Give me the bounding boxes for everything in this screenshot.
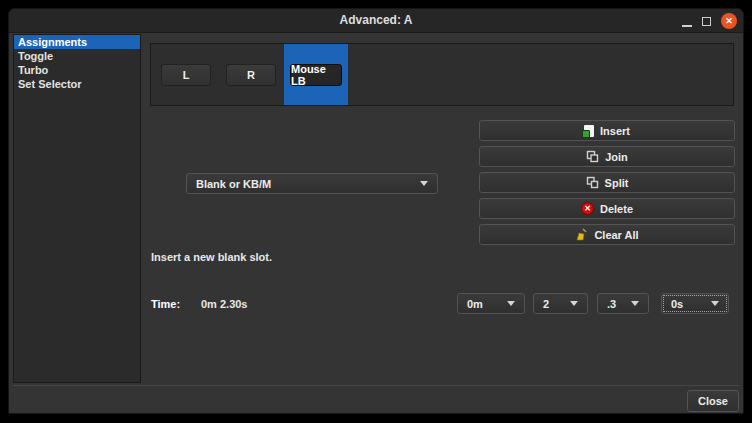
time-dropdown-tenths-value: .3 xyxy=(607,298,616,310)
slot-button-r[interactable]: R xyxy=(226,64,276,86)
minimize-icon[interactable] xyxy=(682,15,692,27)
time-dropdown-seconds[interactable]: 2 xyxy=(533,293,588,314)
clear-all-button-label: Clear All xyxy=(594,229,638,241)
preset-dropdown[interactable]: Blank or KB/M xyxy=(186,173,438,194)
join-button[interactable]: Join xyxy=(479,146,735,167)
sidebar-item-assignments[interactable]: Assignments xyxy=(14,35,140,49)
insert-document-icon xyxy=(584,125,594,137)
slot-button-mouse-lb[interactable]: Mouse LB xyxy=(290,64,342,86)
insert-button[interactable]: Insert xyxy=(479,120,735,141)
maximize-icon[interactable] xyxy=(702,17,711,26)
sidebar-item-turbo[interactable]: Turbo xyxy=(14,63,140,77)
time-dropdown-seconds-value: 2 xyxy=(543,298,549,310)
slot-button-l[interactable]: L xyxy=(161,64,211,86)
join-button-label: Join xyxy=(605,151,628,163)
chevron-down-icon xyxy=(420,181,428,186)
preset-dropdown-value: Blank or KB/M xyxy=(196,178,271,190)
status-text: Insert a new blank slot. xyxy=(151,251,272,263)
time-dropdown-minutes-value: 0m xyxy=(467,298,483,310)
clear-all-button[interactable]: Clear All xyxy=(479,224,735,245)
split-button[interactable]: Split xyxy=(479,172,735,193)
close-icon[interactable]: ✕ xyxy=(721,13,737,29)
time-value: 0m 2.30s xyxy=(201,298,247,310)
chevron-down-icon xyxy=(570,301,578,306)
sidebar: Assignments Toggle Turbo Set Selector xyxy=(13,34,141,383)
delete-button-label: Delete xyxy=(600,203,633,215)
insert-button-label: Insert xyxy=(600,125,630,137)
slot-strip-panel: L R Mouse LB xyxy=(150,43,734,106)
chevron-down-icon xyxy=(631,301,639,306)
delete-icon: ✕ xyxy=(581,202,594,215)
time-dropdown-hundredths-value: 0s xyxy=(671,298,683,310)
chevron-down-icon xyxy=(711,301,719,306)
action-button-stack: Insert Join Split ✕ Delete Cle xyxy=(479,120,735,245)
sidebar-item-set-selector[interactable]: Set Selector xyxy=(14,77,140,91)
time-label: Time: xyxy=(151,298,180,310)
titlebar: Advanced: A ✕ xyxy=(9,9,743,33)
advanced-dialog-window: Advanced: A ✕ Assignments Toggle Turbo S… xyxy=(8,8,744,414)
clear-all-icon xyxy=(575,228,588,241)
close-button[interactable]: Close xyxy=(687,390,739,412)
time-dropdown-tenths[interactable]: .3 xyxy=(597,293,649,314)
window-title: Advanced: A xyxy=(9,9,743,32)
split-button-label: Split xyxy=(605,177,629,189)
window-controls: ✕ xyxy=(682,9,737,33)
chevron-down-icon xyxy=(507,301,515,306)
time-dropdown-hundredths[interactable]: 0s xyxy=(661,293,729,314)
sidebar-item-toggle[interactable]: Toggle xyxy=(14,49,140,63)
join-icon xyxy=(586,150,599,163)
footer-separator xyxy=(13,385,739,386)
split-icon xyxy=(586,176,599,189)
time-dropdown-minutes[interactable]: 0m xyxy=(457,293,525,314)
delete-button[interactable]: ✕ Delete xyxy=(479,198,735,219)
